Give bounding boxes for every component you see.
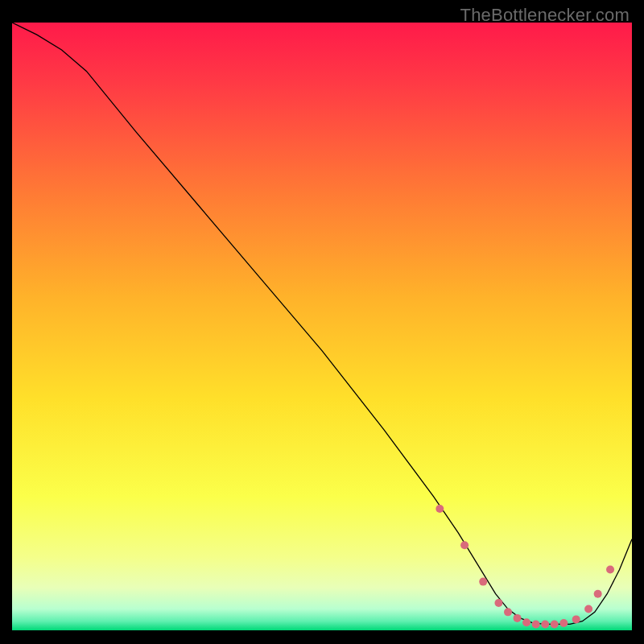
gradient-background (12, 23, 632, 630)
marker-dot (551, 620, 559, 628)
marker-dot (541, 620, 549, 628)
marker-dot (559, 619, 568, 627)
marker-dot (606, 566, 614, 574)
chart-svg (12, 23, 632, 630)
marker-dot (514, 614, 522, 622)
marker-dot (584, 605, 592, 613)
marker-dot (494, 599, 502, 607)
marker-dot (522, 618, 530, 626)
marker-dot (504, 608, 512, 616)
chart-plot-area (12, 23, 632, 630)
marker-dot (594, 590, 602, 598)
marker-dot (479, 578, 487, 586)
marker-dot (532, 620, 540, 628)
marker-dot (572, 615, 580, 623)
watermark-text: TheBottlenecker.com (460, 5, 630, 26)
marker-dot (436, 505, 444, 513)
marker-dot (460, 541, 469, 549)
